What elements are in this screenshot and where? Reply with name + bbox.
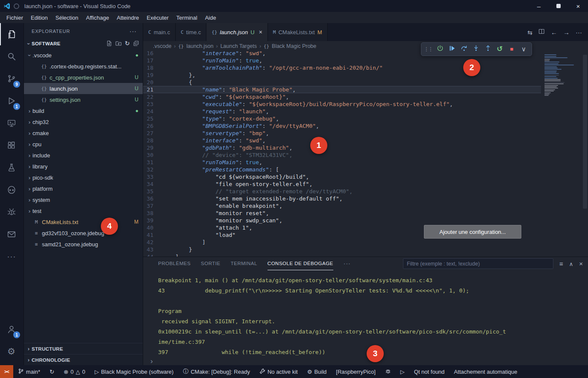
step-into-button[interactable] (470, 44, 482, 55)
status-problems[interactable]: ⊗0△0 (59, 365, 90, 378)
drag-grip-icon[interactable]: ⋮⋮ (423, 46, 434, 52)
menu-executer[interactable]: Exécuter (143, 13, 172, 22)
sidebar-more-icon[interactable]: ··· (129, 28, 137, 35)
tree-item[interactable]: ≡gd32vf103_ozone.jdebug (24, 227, 143, 239)
tree-item[interactable]: ›pico-sdk (24, 172, 143, 183)
panel-tab-proble-mes[interactable]: PROBLÈMES (158, 257, 191, 270)
chevron-up-icon[interactable]: ∧ (569, 260, 573, 267)
filter-lines-icon[interactable]: ≡ (559, 260, 563, 267)
tree-item[interactable]: {}.cortex-debug.registers.stat... (24, 61, 143, 72)
code-line[interactable]: 18 "armToolchainPath": "/opt/gcc-arm-non… (143, 64, 541, 71)
section-structure[interactable]: ›STRUCTURE (24, 343, 143, 354)
new-folder-icon[interactable] (115, 40, 122, 47)
line-number[interactable]: 38 (143, 210, 162, 217)
tree-item[interactable]: ›platform (24, 183, 143, 194)
explorer-icon[interactable] (0, 23, 23, 45)
line-number[interactable]: 33 (143, 173, 162, 180)
status-remote[interactable]: >< (0, 365, 13, 378)
line-number[interactable]: 31 (143, 159, 162, 166)
panel-tab-sortie[interactable]: SORTIE (201, 257, 220, 270)
step-over-button[interactable] (458, 44, 470, 55)
section-chronologie[interactable]: ›CHRONOLOGIE (24, 354, 143, 365)
split-editor-icon[interactable] (538, 28, 545, 36)
breadcrumb-item[interactable]: {} Black Magic Probe (264, 43, 316, 49)
line-number[interactable]: 25 (143, 115, 162, 122)
menu-terminal[interactable]: Terminal (173, 13, 201, 22)
testing-icon[interactable] (0, 157, 23, 179)
code-editor[interactable]: 16 "interface": "swd",17 "runToMain": tr… (143, 51, 588, 257)
status-debug-config[interactable]: ▷Black Magic Probe (software) (90, 365, 178, 378)
code-line[interactable]: 31 "runToMain": true, (143, 159, 541, 166)
status-cmake-target[interactable]: [RaspberryPico] (331, 365, 380, 378)
line-number[interactable]: 16 (143, 51, 162, 57)
tree-item[interactable]: ›test (24, 205, 143, 216)
breadcrumb-item[interactable]: Launch Targets (220, 43, 257, 49)
tab-launch-json[interactable]: {}launch.jsonU× (206, 23, 268, 41)
platformio-icon[interactable] (0, 179, 23, 201)
stop-dropdown-button[interactable]: ∨ (518, 44, 529, 55)
menu-affichage[interactable]: Affichage (82, 13, 113, 22)
code-line[interactable]: 33 "cd ${workspaceRoot}/build", (143, 173, 541, 180)
filter-input[interactable] (403, 258, 553, 269)
line-number[interactable]: 43 (143, 246, 162, 253)
refresh-icon[interactable]: ↻ (125, 40, 130, 47)
panel-tab-terminal[interactable]: TERMINAL (231, 257, 257, 270)
status-git-branch[interactable]: main* (13, 365, 45, 378)
close-icon[interactable]: × (259, 29, 262, 35)
tree-item[interactable]: {}c_cpp_properties.jsonU (24, 72, 143, 83)
code-line[interactable]: 38 "monitor reset", (143, 210, 541, 217)
source-control-icon[interactable]: 9 (0, 68, 23, 90)
menu-selection[interactable]: Sélection (52, 13, 82, 22)
account-icon[interactable]: 1 (0, 318, 23, 340)
tree-item[interactable]: ›library (24, 161, 143, 172)
line-number[interactable]: 42 (143, 239, 162, 246)
status-qt-status[interactable]: Qt not found (409, 365, 450, 378)
line-number[interactable]: 20 (143, 79, 162, 86)
line-number[interactable]: 35 (143, 188, 162, 195)
code-line[interactable]: 26 "BMPGDBSerialPort": "/dev/ttyACM0", (143, 122, 541, 130)
section-software[interactable]: › SOFTWARE ↻ (24, 38, 143, 49)
code-line[interactable]: 21 "name": "Black Magic Probe", (143, 86, 541, 93)
more-icon[interactable]: ··· (576, 29, 582, 36)
status-build[interactable]: ⚙Build (303, 365, 332, 378)
line-number[interactable]: 30 (143, 151, 162, 159)
code-line[interactable]: 17 "runToMain": true, (143, 57, 541, 64)
line-number[interactable]: 39 (143, 217, 162, 224)
line-number[interactable]: 40 (143, 224, 162, 231)
step-out-button[interactable] (482, 44, 494, 55)
line-number[interactable]: 44 (143, 253, 162, 257)
status-cmake-kit[interactable]: No active kit (255, 365, 303, 378)
line-number[interactable]: 37 (143, 202, 162, 210)
remote-explorer-icon[interactable] (0, 112, 23, 134)
back-icon[interactable]: ← (551, 29, 557, 36)
forward-icon[interactable]: → (563, 29, 570, 36)
code-line[interactable]: 30 // "device": "STM32L431VC", (143, 151, 541, 159)
code-line[interactable]: 25 "type": "cortex-debug", (143, 115, 541, 122)
code-line[interactable]: 22 "cwd": "${workspaceRoot}", (143, 93, 541, 100)
line-number[interactable]: 26 (143, 122, 162, 130)
code-line[interactable]: 42 ] (143, 239, 541, 246)
line-number[interactable]: 19 (143, 71, 162, 79)
status-cmake-status[interactable]: ⓘCMake: [Debug]: Ready (178, 365, 255, 378)
compare-icon[interactable]: ⇆ (527, 29, 532, 36)
close-button[interactable]: × (568, 0, 588, 12)
messages-icon[interactable] (0, 223, 23, 245)
continue-button[interactable] (446, 44, 458, 55)
code-line[interactable]: 24 "request": "launch", (143, 108, 541, 115)
tab-main-c[interactable]: Cmain.c (143, 23, 176, 41)
minimize-button[interactable]: – (529, 0, 549, 12)
line-number[interactable]: 36 (143, 195, 162, 202)
stop-button[interactable]: ■ (506, 44, 517, 55)
tab-time-c[interactable]: Ctime.c (176, 23, 206, 41)
line-number[interactable]: 41 (143, 231, 162, 239)
line-number[interactable]: 18 (143, 64, 162, 71)
restart-button[interactable]: ↺ (494, 44, 506, 55)
power-button[interactable] (434, 44, 446, 55)
menu-atteindre[interactable]: Atteindre (113, 13, 143, 22)
status-sync[interactable]: ↻ (45, 365, 59, 378)
tree-item[interactable]: {}launch.jsonU (24, 83, 143, 94)
menu-fichier[interactable]: Fichier (3, 13, 27, 22)
breadcrumb-item[interactable]: .vscode (153, 43, 171, 49)
breadcrumb-item[interactable]: {} launch.json (178, 43, 213, 49)
code-line[interactable]: 39 "monitor swdp_scan", (143, 217, 541, 224)
